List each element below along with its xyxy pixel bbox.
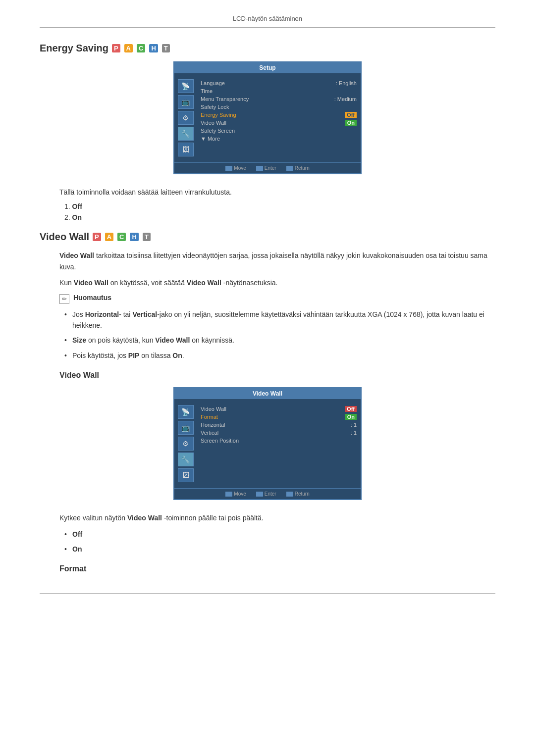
osd-label-video-wall: Video Wall [201, 120, 226, 126]
osd-vw-footer-enter: Enter [256, 491, 276, 497]
osd-vw-value-format: On [345, 414, 357, 420]
osd-icon-4: 🔧 [178, 127, 194, 141]
osd-value-energy-saving: Off [345, 112, 357, 118]
kun-prefix: Kun [59, 279, 74, 287]
vw-badge-a: A [105, 233, 113, 241]
osd-footer-return: Return [286, 165, 310, 171]
energy-saving-description: Tällä toiminnolla voidaan säätää laittee… [59, 187, 495, 198]
badge-t: T [162, 44, 170, 52]
osd-menu: Language : English Time Menu Transparenc… [197, 77, 361, 158]
video-wall-content: Video Wall tarkoittaa toisiinsa liitetty… [59, 250, 495, 361]
bottom-rule [40, 593, 495, 594]
note-item-1: Jos Horizontal- tai Vertical-jako on yli… [64, 309, 495, 331]
osd-value-menu-transparency: : Medium [334, 96, 357, 102]
video-wall-osd-screen: Video Wall 📡 📺 ⚙ 🔧 🖼 Video Wall Off Form… [173, 387, 362, 500]
vw-badge-p: P [93, 233, 101, 241]
energy-saving-content: Tällä toiminnolla voidaan säätää laittee… [59, 187, 495, 221]
page-container: LCD-näytön säätäminen Energy Saving P A … [0, 0, 535, 756]
osd-vw-row-vertical: Vertical : 1 [201, 429, 357, 437]
vw-badge-c: C [117, 233, 126, 241]
energy-saving-title: Energy Saving P A C H T [40, 43, 495, 54]
osd-vw-value-horizontal: : 1 [351, 422, 357, 428]
osd-icon-3: ⚙ [178, 111, 194, 125]
osd-footer: Move Enter Return [174, 162, 361, 173]
video-wall-kun: Kun Video Wall on käytössä, voit säätää … [59, 277, 495, 288]
note-on: On [172, 352, 182, 359]
sub-video-wall-content: Kytkee valitun näytön Video Wall -toimin… [59, 512, 495, 554]
format-title: Format [59, 564, 495, 573]
osd-icons: 📡 📺 ⚙ 🔧 🖼 [174, 77, 197, 158]
vw-badge-h: H [130, 233, 138, 241]
osd-vw-label-format: Format [201, 414, 218, 420]
osd-vw-icon-3: ⚙ [178, 437, 194, 451]
osd-vw-title: Video Wall [174, 388, 361, 399]
enter-icon [256, 166, 263, 171]
return-icon [286, 166, 293, 171]
osd-icon-5: 🖼 [178, 143, 194, 156]
video-wall-bold: Video Wall [59, 252, 94, 259]
osd-vw-footer-return-label: Return [295, 491, 310, 497]
osd-vw-footer: Move Enter Return [174, 488, 361, 499]
sub-vw-on-text: On [72, 545, 82, 553]
sub-video-wall-title: Video Wall [59, 371, 495, 380]
osd-row-video-wall: Video Wall On [201, 119, 357, 127]
sub-vw-item-on: On [64, 544, 495, 554]
sub-vw-description: Kytkee valitun näytön Video Wall -toimin… [59, 512, 495, 523]
note-pip: PIP [128, 352, 140, 359]
vw-return-icon [286, 492, 293, 497]
osd-label-safety-screen: Safety Screen [201, 128, 235, 134]
energy-saving-osd-screen: Setup 📡 📺 ⚙ 🔧 🖼 Language : English Time [173, 61, 362, 174]
osd-vw-footer-move: Move [225, 491, 246, 497]
osd-footer-return-label: Return [295, 165, 310, 171]
note-box: ✏ Huomautus [59, 294, 495, 304]
osd-row-language: Language : English [201, 79, 357, 87]
osd-vw-icon-2: 📺 [178, 421, 194, 435]
osd-vw-footer-enter-label: Enter [265, 491, 276, 497]
osd-vw-menu: Video Wall Off Format On Horizontal : 1 … [197, 403, 361, 484]
badge-a: A [124, 44, 133, 52]
osd-vw-label-videowall: Video Wall [201, 406, 226, 412]
osd-label-menu-transparency: Menu Transparency [201, 96, 249, 102]
badge-c: C [137, 44, 145, 52]
page-header: LCD-näytön säätäminen [40, 15, 495, 22]
osd-vw-icon-4: 🔧 [178, 453, 194, 466]
sub-vw-off-text: Off [72, 530, 82, 538]
note-icon: ✏ [59, 294, 69, 304]
kun-bold: Video Wall [74, 279, 108, 287]
vw-enter-icon [256, 492, 263, 497]
osd-vw-row-horizontal: Horizontal : 1 [201, 421, 357, 429]
video-wall-osd-container: Video Wall 📡 📺 ⚙ 🔧 🖼 Video Wall Off Form… [40, 387, 495, 500]
note-label: Huomautus [73, 294, 111, 302]
osd-row-energy-saving: Energy Saving Off [201, 111, 357, 119]
osd-icon-1: 📡 [178, 79, 194, 93]
osd-vw-icon-5: 🖼 [178, 468, 194, 482]
note-vertical: Vertical [132, 310, 157, 318]
video-wall-title: Video Wall P A C H T [40, 231, 495, 243]
osd-vw-value-vertical: : 1 [351, 430, 357, 436]
osd-label-energy-saving: Energy Saving [201, 112, 236, 118]
energy-saving-item-2: 2. On [64, 213, 495, 221]
sub-vw-bold: Video Wall [127, 514, 162, 522]
video-wall-intro-text: tarkoittaa toisiinsa liitettyjen videonä… [59, 252, 487, 270]
osd-label-time: Time [201, 88, 213, 94]
osd-row-time: Time [201, 87, 357, 95]
note-item-3: Pois käytöstä, jos PIP on tilassa On. [64, 350, 495, 361]
osd-footer-enter: Enter [256, 165, 276, 171]
osd-vw-row-format: Format On [201, 413, 357, 421]
osd-vw-row-screen-position: Screen Position [201, 437, 357, 445]
osd-row-menu-transparency: Menu Transparency : Medium [201, 95, 357, 103]
osd-vw-label-screen-position: Screen Position [201, 438, 239, 444]
osd-value-language: : English [336, 80, 357, 86]
video-wall-notes: Jos Horizontal- tai Vertical-jako on yli… [64, 309, 495, 361]
osd-footer-move-label: Move [234, 165, 246, 171]
osd-icon-2: 📺 [178, 95, 194, 109]
badge-h: H [149, 44, 158, 52]
osd-vw-label-horizontal: Horizontal [201, 422, 225, 428]
osd-footer-move: Move [225, 165, 246, 171]
note-item-2: Size on pois käytöstä, kun Video Wall on… [64, 335, 495, 346]
osd-label-language: Language [201, 80, 225, 86]
energy-saving-label: Energy Saving [40, 43, 108, 54]
move-icon [225, 166, 232, 171]
osd-value-video-wall: On [345, 120, 357, 126]
note-horizontal: Horizontal [85, 310, 119, 318]
